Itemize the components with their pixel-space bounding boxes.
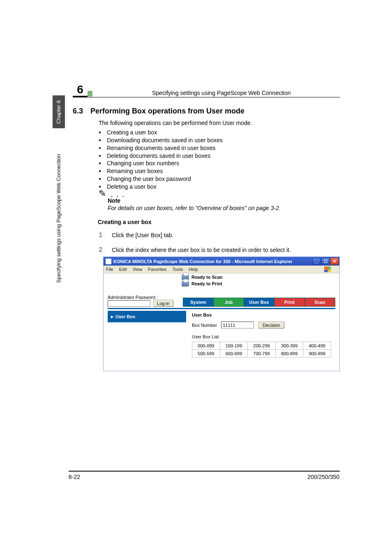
step-text: Click the index where the user box is to… xyxy=(112,247,291,253)
side-vertical-title: Specifying settings using PageScope Web … xyxy=(53,130,65,307)
menu-bar: File Edit View Favorites Tools Help xyxy=(104,266,339,273)
device-icon xyxy=(182,281,189,287)
user-box-list-label: User Box List xyxy=(192,334,331,339)
embedded-screenshot: KONICA MINOLTA PageScope Web Connection … xyxy=(103,257,340,371)
bullet-item: Deleting documents saved in user boxes xyxy=(99,152,339,160)
close-button[interactable]: ✕ xyxy=(330,258,339,265)
tab-print[interactable]: Print xyxy=(274,298,305,307)
window-title: KONICA MINOLTA PageScope Web Connection … xyxy=(113,259,293,264)
table-row: 000-099 100-199 200-299 300-399 400-499 xyxy=(192,342,331,350)
note-icon: ✎ xyxy=(99,188,106,199)
step-number: 2 xyxy=(99,246,104,254)
menu-help[interactable]: Help xyxy=(189,267,198,272)
bullet-item: Changing the user box password xyxy=(99,175,339,183)
index-cell[interactable]: 700-799 xyxy=(248,350,276,358)
tab-job[interactable]: Job xyxy=(213,298,244,307)
index-cell[interactable]: 600-699 xyxy=(220,350,248,358)
table-row: 500-599 600-699 700-799 800-899 900-999 xyxy=(192,350,331,358)
box-number-label: Box Number xyxy=(192,323,217,328)
index-cell[interactable]: 300-399 xyxy=(275,342,303,350)
index-cell[interactable]: 000-099 xyxy=(192,342,220,350)
footer-model: 200/250/350 xyxy=(307,474,339,480)
status-scan: Ready to Scan xyxy=(182,274,335,280)
main-panel: User Box Box Number Decision User Box Li… xyxy=(186,311,335,362)
box-number-input[interactable] xyxy=(221,321,254,328)
left-nav-user-box[interactable]: User Box xyxy=(108,311,186,322)
menu-view[interactable]: View xyxy=(133,267,143,272)
index-cell[interactable]: 100-199 xyxy=(220,342,248,350)
index-cell[interactable]: 500-599 xyxy=(192,350,220,358)
maximize-button[interactable]: ☐ xyxy=(321,258,330,265)
step-1: 1 Click the [User Box] tab. xyxy=(99,231,343,239)
status-scan-text: Ready to Scan xyxy=(191,275,223,280)
admin-password-input[interactable] xyxy=(108,300,150,307)
section-intro: The following operations can be performe… xyxy=(99,119,339,127)
bullet-item: Downloading documents saved in user boxe… xyxy=(99,136,339,144)
status-print-text: Ready to Print xyxy=(191,281,222,286)
box-number-row: Box Number Decision xyxy=(192,321,331,328)
tab-underline xyxy=(108,308,335,309)
side-vertical-title-text: Specifying settings using PageScope Web … xyxy=(56,154,62,282)
panel-title: User Box xyxy=(192,312,331,317)
section-heading: 6.3 Performing Box operations from User … xyxy=(73,107,244,116)
tab-system[interactable]: System xyxy=(183,298,214,307)
admin-password-label: Administrator Password : xyxy=(108,295,180,300)
header-rule xyxy=(73,97,340,97)
menu-tools[interactable]: Tools xyxy=(173,267,183,272)
bullet-item: Deleting a user box xyxy=(99,183,339,191)
index-page-table: 000-099 100-199 200-299 300-399 400-499 … xyxy=(192,342,331,358)
footer-page-number: 6-22 xyxy=(69,474,80,480)
menu-favorites[interactable]: Favorites xyxy=(148,267,166,272)
section-body: The following operations can be performe… xyxy=(99,119,339,191)
step-2: 2 Click the index where the user box is … xyxy=(99,246,343,254)
step-text: Click the [User Box] tab. xyxy=(112,232,173,238)
index-cell[interactable]: 900-999 xyxy=(303,350,331,358)
bullet-list: Creating a user box Downloading document… xyxy=(99,129,339,191)
minimize-button[interactable]: _ xyxy=(312,258,321,265)
index-cell[interactable]: 200-299 xyxy=(248,342,276,350)
bullet-item: Changing user box numbers xyxy=(99,160,339,167)
admin-password-row: Administrator Password : Log-in xyxy=(108,295,180,307)
chapter-green-accent xyxy=(88,91,92,97)
index-cell[interactable]: 400-499 xyxy=(303,342,331,350)
left-nav-label: User Box xyxy=(115,314,135,319)
note-label: Note xyxy=(108,197,120,204)
main-tab-row: System Job User Box Print Scan xyxy=(183,298,335,307)
bullet-item: Creating a user box xyxy=(99,129,339,136)
sidebar: Chapter 6 Specifying settings using Page… xyxy=(53,95,65,309)
tab-scan[interactable]: Scan xyxy=(304,298,335,307)
status-block: Ready to Scan Ready to Print xyxy=(108,274,335,287)
chapter-label: Chapter 6 xyxy=(56,100,62,123)
menu-edit[interactable]: Edit xyxy=(119,267,127,272)
section-number: 6.3 xyxy=(73,107,83,116)
note-text: For details on user boxes, refer to "Ove… xyxy=(108,205,340,211)
window-titlebar: KONICA MINOLTA PageScope Web Connection … xyxy=(104,257,339,266)
windows-logo-icon xyxy=(324,266,331,272)
running-header: Specifying settings using PageScope Web … xyxy=(152,90,291,96)
login-button[interactable]: Log-in xyxy=(153,300,173,307)
status-print: Ready to Print xyxy=(182,281,335,287)
section-title: Performing Box operations from User mode xyxy=(90,107,244,116)
decision-button[interactable]: Decision xyxy=(258,321,284,328)
bullet-item: Renaming documents saved in user boxes xyxy=(99,144,339,152)
menu-file[interactable]: File xyxy=(106,267,113,272)
footer-rule xyxy=(69,471,340,472)
index-cell[interactable]: 800-899 xyxy=(275,350,303,358)
bullet-item: Renaming user boxes xyxy=(99,167,339,175)
chapter-tab: Chapter 6 xyxy=(53,95,65,128)
window-app-icon xyxy=(106,259,111,264)
step-number: 1 xyxy=(99,231,104,239)
subheading: Creating a user box xyxy=(98,219,152,225)
chapter-number: 6 xyxy=(73,82,88,97)
tab-user-box[interactable]: User Box xyxy=(244,298,274,307)
